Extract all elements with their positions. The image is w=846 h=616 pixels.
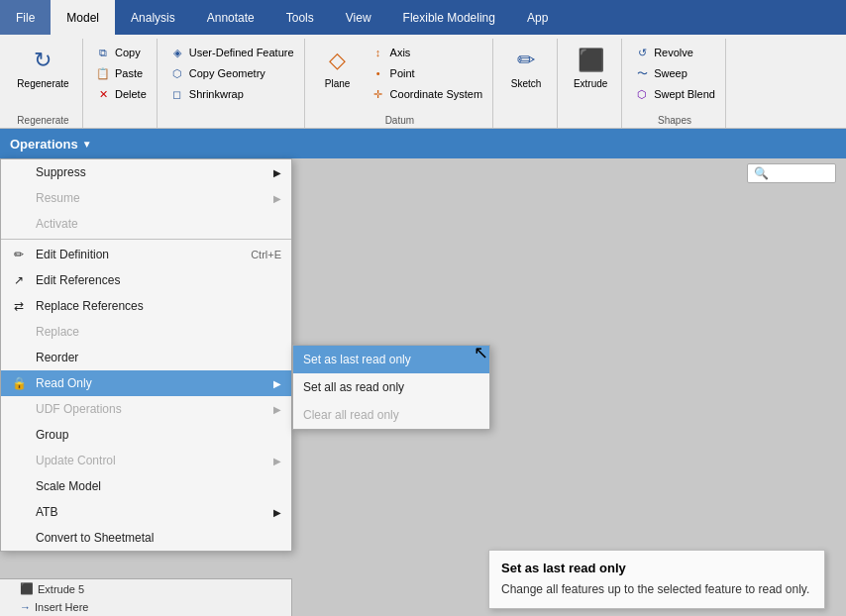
menu-item-update-control[interactable]: Update Control ▶ bbox=[1, 448, 291, 473]
menu-item-resume[interactable]: Resume ▶ bbox=[1, 185, 291, 211]
menu-item-replace[interactable]: Replace bbox=[1, 319, 291, 345]
udf-operations-icon bbox=[9, 399, 29, 419]
point-label: Point bbox=[390, 67, 415, 79]
menu-item-replace-references[interactable]: ⇄ Replace References bbox=[1, 293, 291, 319]
tab-app[interactable]: App bbox=[511, 0, 564, 35]
paste-btn[interactable]: 📋 Paste bbox=[91, 63, 151, 83]
extrude-btn[interactable]: ⬛ Extrude bbox=[566, 41, 615, 93]
menu-item-convert-sheetmetal[interactable]: Convert to Sheetmetal bbox=[1, 525, 291, 551]
sketch-group-items: ✏ Sketch bbox=[501, 41, 551, 126]
tab-view[interactable]: View bbox=[330, 0, 387, 35]
shapes-group: ↺ Revolve 〜 Sweep ⬡ Swept Blend Shapes bbox=[624, 39, 726, 128]
udf-icon: ◈ bbox=[169, 45, 185, 60]
replace-references-icon: ⇄ bbox=[9, 296, 29, 316]
axis-btn[interactable]: ↕ Axis bbox=[367, 43, 487, 62]
search-box[interactable]: 🔍 bbox=[747, 163, 836, 183]
axis-icon: ↕ bbox=[370, 45, 386, 60]
sketch-label: Sketch bbox=[511, 78, 542, 89]
delete-btn[interactable]: ✕ Delete bbox=[91, 84, 151, 104]
suppress-label: Suppress bbox=[36, 165, 86, 179]
regenerate-group-items: ↻ Regenerate bbox=[11, 41, 74, 115]
copy-icon: ⧉ bbox=[95, 45, 111, 60]
udf-group-items: ◈ User-Defined Feature ⬡ Copy Geometry ◻… bbox=[165, 41, 298, 126]
regenerate-group-label: Regenerate bbox=[17, 115, 68, 128]
point-icon: • bbox=[370, 65, 386, 81]
delete-label: Delete bbox=[115, 88, 147, 100]
tab-flexible-modeling[interactable]: Flexible Modeling bbox=[387, 0, 511, 35]
shrinkwrap-label: Shrinkwrap bbox=[189, 88, 244, 100]
shapes-col: ↺ Revolve 〜 Sweep ⬡ Swept Blend bbox=[630, 41, 719, 104]
tab-annotate[interactable]: Annotate bbox=[191, 0, 270, 35]
convert-sheetmetal-icon bbox=[9, 528, 29, 548]
menu-item-read-only[interactable]: 🔒 Read Only ▶ bbox=[1, 370, 291, 396]
update-control-icon bbox=[9, 451, 29, 470]
activate-label: Activate bbox=[36, 217, 78, 231]
menu-item-scale-model[interactable]: Scale Model bbox=[1, 473, 291, 499]
user-defined-feature-btn[interactable]: ◈ User-Defined Feature bbox=[165, 43, 298, 62]
udf-col: ◈ User-Defined Feature ⬡ Copy Geometry ◻… bbox=[165, 41, 298, 104]
submenu-item-set-as-last-read-only[interactable]: Set as last read only bbox=[293, 346, 489, 373]
operations-arrow: ▼ bbox=[82, 139, 92, 150]
set-all-as-read-only-label: Set all as read only bbox=[303, 380, 404, 394]
replace-label: Replace bbox=[36, 325, 79, 339]
sketch-icon: ✏ bbox=[510, 45, 542, 76]
read-only-label: Read Only bbox=[36, 376, 92, 390]
atb-label: ATB bbox=[36, 505, 57, 519]
copy-btn[interactable]: ⧉ Copy bbox=[91, 43, 151, 62]
menu-item-reorder[interactable]: Reorder bbox=[1, 345, 291, 370]
read-only-icon: 🔒 bbox=[9, 373, 29, 393]
tooltip-description: Change all features up to the selected f… bbox=[501, 581, 812, 598]
operations-bar[interactable]: Operations ▼ Suppress ▶ Resume ▶ Activat… bbox=[0, 129, 846, 158]
coordinate-system-btn[interactable]: ✛ Coordinate System bbox=[367, 84, 487, 104]
menu-item-suppress[interactable]: Suppress ▶ bbox=[1, 159, 291, 185]
regenerate-icon: ↻ bbox=[27, 45, 58, 76]
feature-item-extrude[interactable]: ⬛ Extrude 5 bbox=[0, 579, 291, 598]
menu-item-group[interactable]: Group bbox=[1, 422, 291, 448]
submenu-item-clear-all-read-only[interactable]: Clear all read only bbox=[293, 401, 489, 429]
copy-geometry-btn[interactable]: ⬡ Copy Geometry bbox=[165, 63, 298, 83]
menu-item-udf-operations[interactable]: UDF Operations ▶ bbox=[1, 396, 291, 422]
replace-references-label: Replace References bbox=[36, 299, 144, 313]
scale-model-label: Scale Model bbox=[36, 479, 101, 493]
menu-item-edit-definition[interactable]: ✏ Edit Definition Ctrl+E bbox=[1, 242, 291, 267]
sketch-btn[interactable]: ✏ Sketch bbox=[501, 41, 551, 93]
point-btn[interactable]: • Point bbox=[367, 63, 487, 83]
copy-label: Copy bbox=[115, 47, 141, 58]
delete-icon: ✕ bbox=[95, 86, 111, 102]
group-icon bbox=[9, 425, 29, 445]
shrinkwrap-btn[interactable]: ◻ Shrinkwrap bbox=[165, 84, 298, 104]
group-label: Group bbox=[36, 428, 68, 442]
sweep-btn[interactable]: 〜 Sweep bbox=[630, 63, 719, 83]
plane-btn[interactable]: ◇ Plane bbox=[313, 41, 363, 93]
tab-file[interactable]: File bbox=[0, 0, 51, 35]
edit-definition-label: Edit Definition bbox=[36, 248, 109, 261]
insert-here-label: Insert Here bbox=[35, 601, 88, 613]
feature-item-insert-here[interactable]: → Insert Here bbox=[0, 598, 291, 616]
reorder-icon bbox=[9, 348, 29, 367]
tab-model[interactable]: Model bbox=[51, 0, 115, 35]
resume-arrow: ▶ bbox=[273, 193, 281, 204]
tab-tools[interactable]: Tools bbox=[270, 0, 330, 35]
submenu-item-set-all-as-read-only[interactable]: Set all as read only bbox=[293, 373, 489, 401]
extrude-feature-label: Extrude 5 bbox=[38, 583, 84, 595]
read-only-submenu: Set as last read only Set all as read on… bbox=[292, 345, 490, 430]
tooltip-box: Set as last read only Change all feature… bbox=[488, 550, 825, 609]
suppress-icon bbox=[9, 162, 29, 182]
reorder-label: Reorder bbox=[36, 351, 78, 364]
paste-label: Paste bbox=[115, 67, 143, 79]
revolve-btn[interactable]: ↺ Revolve bbox=[630, 43, 719, 62]
menu-item-atb[interactable]: ATB ▶ bbox=[1, 499, 291, 525]
shrinkwrap-icon: ◻ bbox=[169, 86, 185, 102]
activate-icon bbox=[9, 214, 29, 234]
menu-item-activate[interactable]: Activate bbox=[1, 211, 291, 237]
udf-label: User-Defined Feature bbox=[189, 47, 294, 58]
atb-arrow: ▶ bbox=[273, 507, 281, 518]
regenerate-btn[interactable]: ↻ Regenerate bbox=[11, 41, 74, 93]
search-icon: 🔍 bbox=[754, 166, 769, 180]
tab-analysis[interactable]: Analysis bbox=[115, 0, 191, 35]
coordinate-system-icon: ✛ bbox=[370, 86, 386, 102]
udf-operations-arrow: ▶ bbox=[273, 404, 281, 415]
swept-blend-btn[interactable]: ⬡ Swept Blend bbox=[630, 84, 719, 104]
shapes-group-label: Shapes bbox=[658, 115, 691, 128]
menu-item-edit-references[interactable]: ↗ Edit References bbox=[1, 267, 291, 293]
